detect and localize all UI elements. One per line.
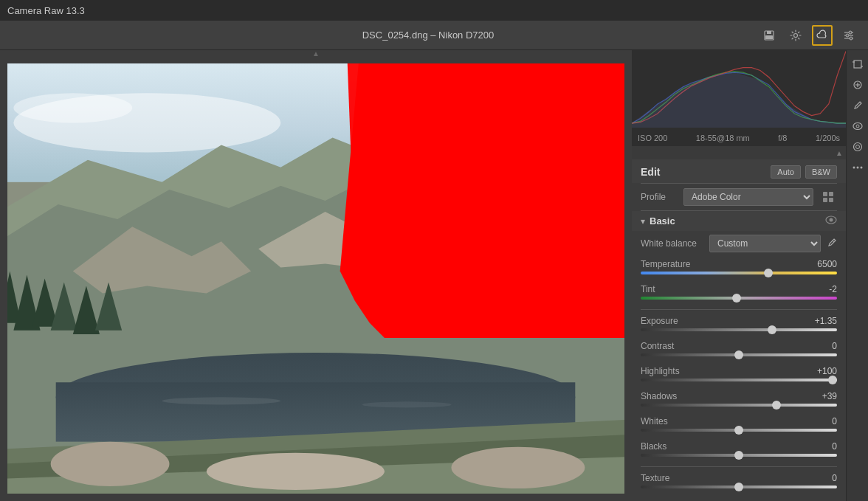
shadows-thumb[interactable] bbox=[772, 401, 781, 410]
svg-line-50 bbox=[833, 241, 834, 242]
svg-point-38 bbox=[51, 442, 170, 486]
contrast-row: Contrast 0 bbox=[632, 338, 846, 363]
shadows-row: Shadows +39 bbox=[632, 388, 846, 413]
filename: DSC_0254.dng bbox=[362, 30, 428, 41]
title-bar: Camera Raw 13.3 bbox=[0, 0, 868, 21]
camera-name: Nikon D7200 bbox=[438, 30, 494, 41]
whites-thumb[interactable] bbox=[734, 426, 743, 435]
svg-point-58 bbox=[856, 125, 859, 128]
panel-content[interactable]: Edit Auto B&W Profile Adobe Color bbox=[632, 159, 846, 501]
bw-button[interactable]: B&W bbox=[805, 165, 837, 179]
exposure-label-row: Exposure +1.35 bbox=[641, 316, 837, 326]
heal-tool-button[interactable] bbox=[848, 75, 867, 94]
iso-info: ISO 200 bbox=[638, 134, 667, 142]
tint-thumb[interactable] bbox=[732, 294, 741, 303]
temperature-thumb[interactable] bbox=[764, 269, 773, 277]
profile-grid-button[interactable] bbox=[819, 188, 837, 206]
svg-point-49 bbox=[830, 218, 833, 222]
mask-tool-button[interactable] bbox=[848, 137, 867, 156]
save-button[interactable] bbox=[759, 25, 779, 46]
wb-label: White balance bbox=[641, 238, 703, 249]
section-visibility-icon[interactable] bbox=[825, 215, 837, 227]
exposure-thumb[interactable] bbox=[768, 325, 776, 334]
right-panel-wrapper: ISO 200 18-55@18 mm f/8 1/200s ▲ Edit Au… bbox=[632, 50, 846, 501]
divider-3 bbox=[641, 309, 837, 310]
panel-scroll-arrow-up[interactable]: ▲ bbox=[836, 149, 843, 157]
redeye-tool-button[interactable] bbox=[848, 117, 867, 136]
tint-value: -2 bbox=[807, 284, 837, 294]
header-actions bbox=[759, 25, 859, 46]
eyedrop-tool-button[interactable] bbox=[848, 96, 867, 115]
highlights-track[interactable] bbox=[641, 379, 837, 381]
highlights-thumb[interactable] bbox=[828, 376, 837, 384]
contrast-track[interactable] bbox=[641, 353, 837, 356]
tint-track[interactable] bbox=[641, 297, 837, 300]
svg-rect-46 bbox=[823, 198, 827, 202]
photo-svg bbox=[7, 63, 624, 494]
header-bar: DSC_0254.dng – Nikon D7200 bbox=[0, 21, 868, 50]
texture-track[interactable] bbox=[641, 486, 837, 488]
divider-4 bbox=[641, 466, 837, 467]
basic-section-title: Basic bbox=[650, 215, 675, 227]
eyedropper-icon[interactable] bbox=[827, 238, 837, 250]
app-title: Camera Raw 13.3 bbox=[7, 5, 85, 16]
svg-point-12 bbox=[13, 93, 132, 122]
profile-row: Profile Adobe Color bbox=[632, 184, 846, 210]
right-tool-panel bbox=[846, 50, 868, 501]
temperature-track[interactable] bbox=[641, 272, 837, 274]
separator: – bbox=[430, 30, 438, 41]
temperature-row: Temperature 6500 bbox=[632, 256, 846, 281]
svg-rect-51 bbox=[854, 61, 861, 68]
section-header-left: ▾ Basic bbox=[641, 215, 675, 227]
svg-point-3 bbox=[794, 33, 798, 37]
exposure-track[interactable] bbox=[641, 328, 837, 331]
fstop-info: f/8 bbox=[778, 134, 787, 142]
svg-point-8 bbox=[846, 34, 849, 37]
main-area: ▲ bbox=[0, 50, 868, 501]
shutter-info: 1/200s bbox=[816, 134, 840, 142]
image-container[interactable] bbox=[0, 56, 632, 501]
highlights-row: Highlights +100 bbox=[632, 363, 846, 388]
svg-rect-47 bbox=[829, 198, 833, 202]
auto-button[interactable]: Auto bbox=[771, 165, 801, 179]
cloud-button[interactable] bbox=[812, 25, 833, 46]
adjust-button[interactable] bbox=[838, 25, 859, 46]
shadows-track[interactable] bbox=[641, 404, 837, 407]
highlights-value: +100 bbox=[807, 366, 837, 376]
contrast-thumb[interactable] bbox=[734, 350, 743, 359]
wb-select[interactable]: As Shot Auto Daylight Cloudy Shade Tungs… bbox=[709, 235, 821, 252]
basic-section-header[interactable]: ▾ Basic bbox=[632, 211, 846, 231]
svg-point-63 bbox=[860, 167, 862, 169]
more-tool-button[interactable] bbox=[848, 158, 867, 177]
settings-button[interactable] bbox=[785, 25, 806, 46]
whites-row: Whites 0 bbox=[632, 413, 846, 438]
tint-label-row: Tint -2 bbox=[641, 284, 837, 294]
svg-point-39 bbox=[207, 453, 385, 490]
blacks-value: 0 bbox=[807, 441, 837, 452]
svg-point-33 bbox=[162, 397, 280, 404]
svg-point-60 bbox=[855, 145, 859, 149]
svg-point-59 bbox=[853, 143, 861, 151]
svg-point-7 bbox=[849, 31, 852, 34]
edit-buttons: Auto B&W bbox=[771, 165, 837, 179]
svg-rect-44 bbox=[823, 192, 827, 196]
profile-select[interactable]: Adobe Color bbox=[683, 188, 813, 206]
photo-canvas bbox=[7, 63, 624, 494]
focal-info: 18-55@18 mm bbox=[696, 134, 750, 142]
texture-thumb[interactable] bbox=[734, 483, 743, 491]
temperature-label-row: Temperature 6500 bbox=[641, 259, 837, 269]
histogram-panel: ISO 200 18-55@18 mm f/8 1/200s bbox=[632, 50, 846, 146]
whites-track[interactable] bbox=[641, 429, 837, 432]
svg-point-9 bbox=[850, 37, 852, 40]
blacks-thumb[interactable] bbox=[734, 451, 743, 460]
svg-rect-45 bbox=[829, 192, 833, 196]
crop-tool-button[interactable] bbox=[848, 55, 867, 74]
exposure-value: +1.35 bbox=[807, 316, 837, 326]
whites-label: Whites bbox=[641, 416, 668, 426]
section-chevron: ▾ bbox=[641, 216, 645, 227]
edit-title: Edit bbox=[641, 166, 660, 178]
blacks-track[interactable] bbox=[641, 454, 837, 457]
texture-row: Texture 0 bbox=[632, 470, 846, 495]
temperature-value: 6500 bbox=[807, 259, 837, 269]
shadows-value: +39 bbox=[807, 391, 837, 401]
